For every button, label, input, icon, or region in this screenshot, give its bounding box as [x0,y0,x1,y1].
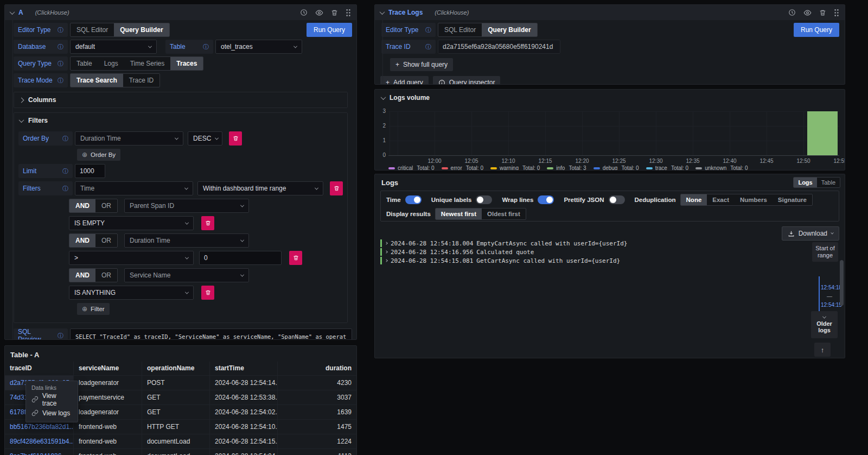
eye-icon[interactable] [803,9,812,17]
expand-chevron-icon[interactable] [385,259,388,262]
remove-filter-button[interactable] [201,216,214,230]
query-type-table[interactable]: Table [71,57,98,70]
info-icon[interactable]: ⓘ [203,43,209,51]
info-icon[interactable]: ⓘ [62,167,68,175]
limit-input[interactable]: 1000 [75,164,105,178]
query-type-traces[interactable]: Traces [170,57,203,70]
filter-operator-select[interactable]: > [69,251,194,265]
and-option[interactable]: AND [69,234,95,247]
trace-id-link[interactable]: 89cf4286e631591b4... [5,434,74,449]
legend-item-debug[interactable]: debugTotal: 0 [593,165,639,170]
dedup-exact-option[interactable]: Exact [707,194,735,205]
remove-filter-button[interactable] [289,251,302,265]
add-query-button[interactable]: +Add query [380,76,429,85]
info-icon[interactable]: ⓘ [58,77,63,85]
drag-handle-icon[interactable] [834,9,839,17]
column-header-starttime[interactable]: startTime [210,362,278,376]
range-start-time[interactable]: 12:54:18 [821,285,842,290]
older-logs-button[interactable]: Older logs [811,311,838,338]
add-order-by-button[interactable]: ⊕Order By [77,149,120,161]
view-logs-menu-item[interactable]: View logs [26,406,78,420]
run-query-button[interactable]: Run Query [307,23,352,37]
filter-time-field-select[interactable]: Time [75,181,193,195]
info-icon[interactable]: ⓘ [425,43,431,51]
legend-item-warning[interactable]: warningTotal: 0 [490,165,540,170]
remove-time-filter-button[interactable] [330,181,343,195]
legend-item-error[interactable]: errorTotal: 0 [442,165,483,170]
query-type-timeseries[interactable]: Time Series [124,57,171,70]
info-icon[interactable]: ⓘ [62,185,68,193]
table-select[interactable]: otel_traces [215,40,302,54]
history-icon[interactable] [788,9,796,16]
expand-chevron-icon[interactable] [385,242,388,245]
trace-search-option[interactable]: Trace Search [71,74,123,87]
log-line[interactable]: 2024-06-28 12:54:18.004 EmptyCartAsync c… [380,239,627,247]
info-icon[interactable]: ⓘ [58,332,63,340]
unique-labels-toggle[interactable] [476,195,492,204]
column-header-duration[interactable]: duration [278,362,356,376]
info-icon[interactable]: ⓘ [62,135,68,143]
time-toggle[interactable] [405,195,422,204]
info-icon[interactable]: ⓘ [58,60,63,68]
wrap-lines-toggle[interactable] [538,195,554,204]
filter-field-select[interactable]: Duration Time [124,233,249,248]
log-line[interactable]: 2024-06-28 12:54:16.956 Calculated quote [380,248,534,256]
filters-section-header[interactable]: Filters [14,113,347,128]
sql-editor-option[interactable]: SQL Editor [71,23,114,36]
query-builder-option[interactable]: Query Builder [114,23,169,36]
newest-first-option[interactable]: Newest first [436,208,482,219]
trace-id-input[interactable]: d2a7155ef6a928a05680e5ff6190241d [438,40,560,54]
query-row-header-trace-logs[interactable]: Trace Logs (ClickHouse) [375,5,845,20]
logs-scrollbar[interactable] [840,260,844,306]
dedup-signature-option[interactable]: Signature [773,194,812,205]
oldest-first-option[interactable]: Oldest first [482,208,526,219]
log-range-indicator[interactable] [819,276,820,311]
drag-handle-icon[interactable] [346,9,351,17]
logs-volume-header[interactable]: Logs volume [375,90,845,102]
collapse-chevron-icon[interactable] [10,9,15,15]
column-header-traceid[interactable]: traceID [5,362,74,376]
prettify-json-toggle[interactable] [609,195,625,204]
filter-field-select[interactable]: Service Name [124,268,249,282]
order-by-direction-select[interactable]: DESC [188,131,222,146]
query-type-logs[interactable]: Logs [98,57,124,70]
add-filter-button[interactable]: ⊕Filter [77,303,110,315]
download-button[interactable]: Download [782,226,839,241]
show-full-query-button[interactable]: +Show full query [390,58,453,71]
log-line[interactable]: 2024-06-28 12:54:15.081 GetCartAsync cal… [380,257,620,264]
columns-section-header[interactable]: Columns [14,92,347,108]
eye-icon[interactable] [315,9,323,17]
remove-filter-button[interactable] [201,286,214,300]
remove-order-by-button[interactable] [229,131,242,146]
filter-value-input[interactable]: 0 [199,251,282,265]
info-icon[interactable]: ⓘ [58,26,63,34]
column-header-operationname[interactable]: operationName [142,362,210,376]
dedup-none-option[interactable]: None [681,194,707,205]
info-icon[interactable]: ⓘ [58,43,63,51]
range-end-time[interactable]: 12:54:15 [821,302,842,308]
run-query-button[interactable]: Run Query [794,23,839,37]
filter-operator-select[interactable]: IS EMPTY [69,216,194,230]
column-header-servicename[interactable]: serviceName [74,362,142,376]
legend-item-info[interactable]: infoTotal: 3 [547,165,586,170]
trash-icon[interactable] [819,9,826,16]
history-icon[interactable] [300,9,308,16]
query-builder-option[interactable]: Query Builder [482,23,537,36]
logs-volume-plot[interactable] [388,111,839,156]
filter-field-select[interactable]: Parent Span ID [124,199,249,213]
query-inspector-button[interactable]: Query inspector [433,76,501,85]
scroll-to-top-button[interactable]: ↑ [814,343,831,357]
filter-operator-select[interactable]: IS ANYTHING [69,286,194,300]
legend-item-unknown[interactable]: unknownTotal: 0 [695,165,748,170]
legend-item-critical[interactable]: criticalTotal: 0 [388,165,435,170]
or-option[interactable]: OR [95,269,117,282]
info-icon[interactable]: ⓘ [425,26,431,34]
table-view-option[interactable]: Table [817,178,840,187]
or-option[interactable]: OR [95,234,117,247]
and-option[interactable]: AND [69,269,95,282]
trace-id-option[interactable]: Trace ID [123,74,160,87]
query-row-header-a[interactable]: A (ClickHouse) [5,5,356,20]
dedup-numbers-option[interactable]: Numbers [735,194,773,205]
and-option[interactable]: AND [69,199,95,212]
sql-editor-option[interactable]: SQL Editor [438,23,482,36]
